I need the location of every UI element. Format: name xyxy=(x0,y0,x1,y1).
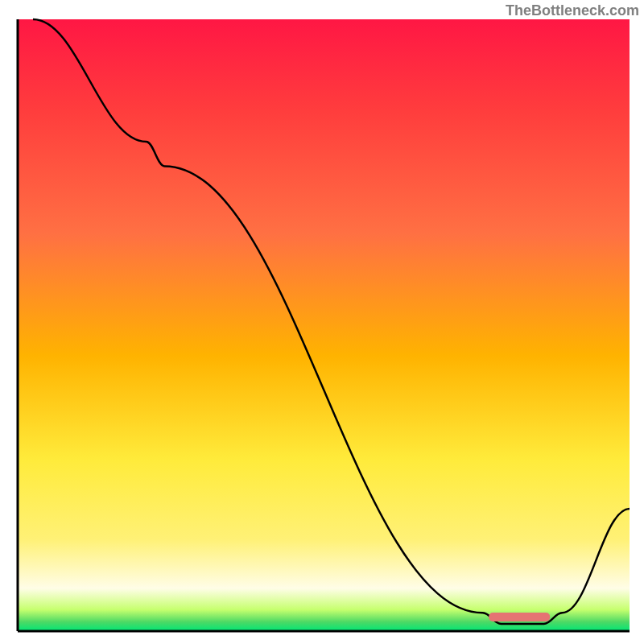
watermark-text: TheBottleneck.com xyxy=(506,2,639,19)
gradient-background xyxy=(18,19,630,631)
bottleneck-chart xyxy=(0,0,644,644)
optimal-zone-marker xyxy=(489,613,550,621)
chart-svg xyxy=(0,0,644,644)
